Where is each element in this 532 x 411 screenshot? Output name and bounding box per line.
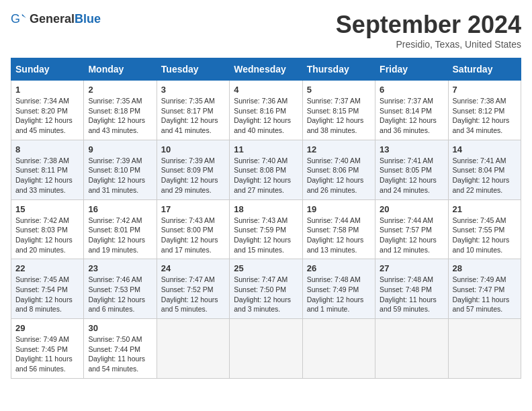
day-number: 29 (15, 323, 79, 333)
day-number: 18 (234, 204, 298, 214)
table-row (302, 319, 375, 379)
table-row: 28Sunrise: 7:49 AMSunset: 7:47 PMDayligh… (448, 259, 521, 319)
day-info: Sunrise: 7:47 AMSunset: 7:52 PMDaylight:… (161, 275, 225, 314)
table-row: 20Sunrise: 7:44 AMSunset: 7:57 PMDayligh… (375, 199, 448, 259)
day-info: Sunrise: 7:48 AMSunset: 7:49 PMDaylight:… (307, 275, 371, 314)
calendar-header-monday: Monday (84, 58, 157, 81)
svg-text:G: G (11, 12, 20, 26)
table-row: 22Sunrise: 7:45 AMSunset: 7:54 PMDayligh… (11, 259, 84, 319)
table-row: 18Sunrise: 7:43 AMSunset: 7:59 PMDayligh… (230, 199, 302, 259)
table-row: 6Sunrise: 7:37 AMSunset: 8:14 PMDaylight… (375, 81, 448, 140)
calendar-header-saturday: Saturday (448, 58, 521, 81)
day-info: Sunrise: 7:39 AMSunset: 8:09 PMDaylight:… (161, 156, 225, 195)
table-row: 4Sunrise: 7:36 AMSunset: 8:16 PMDaylight… (230, 81, 302, 140)
calendar-header-thursday: Thursday (302, 58, 375, 81)
day-info: Sunrise: 7:44 AMSunset: 7:58 PMDaylight:… (307, 216, 371, 255)
day-info: Sunrise: 7:34 AMSunset: 8:20 PMDaylight:… (15, 96, 79, 136)
table-row: 25Sunrise: 7:47 AMSunset: 7:50 PMDayligh… (230, 259, 302, 319)
table-row: 14Sunrise: 7:41 AMSunset: 8:04 PMDayligh… (448, 140, 521, 199)
day-info: Sunrise: 7:43 AMSunset: 7:59 PMDaylight:… (234, 216, 298, 255)
day-number: 9 (88, 144, 152, 154)
calendar-header-tuesday: Tuesday (157, 58, 229, 81)
day-number: 14 (453, 144, 517, 154)
table-row: 26Sunrise: 7:48 AMSunset: 7:49 PMDayligh… (302, 259, 375, 319)
calendar-header-friday: Friday (375, 58, 448, 81)
table-row (230, 319, 302, 379)
day-number: 22 (15, 263, 79, 273)
table-row: 15Sunrise: 7:42 AMSunset: 8:03 PMDayligh… (11, 199, 84, 259)
day-number: 10 (161, 144, 225, 154)
day-number: 19 (307, 204, 371, 214)
day-info: Sunrise: 7:49 AMSunset: 7:45 PMDaylight:… (15, 334, 79, 374)
table-row: 29Sunrise: 7:49 AMSunset: 7:45 PMDayligh… (11, 319, 84, 379)
day-number: 17 (161, 204, 225, 214)
day-number: 1 (15, 85, 79, 95)
table-row: 5Sunrise: 7:37 AMSunset: 8:15 PMDaylight… (302, 81, 375, 140)
table-row (448, 319, 521, 379)
day-number: 25 (234, 263, 298, 273)
day-info: Sunrise: 7:43 AMSunset: 8:00 PMDaylight:… (161, 216, 225, 255)
table-row: 7Sunrise: 7:38 AMSunset: 8:12 PMDaylight… (448, 81, 521, 140)
day-number: 23 (88, 263, 152, 273)
day-number: 20 (380, 204, 443, 214)
day-info: Sunrise: 7:42 AMSunset: 8:01 PMDaylight:… (88, 216, 152, 255)
table-row: 11Sunrise: 7:40 AMSunset: 8:08 PMDayligh… (230, 140, 302, 199)
day-number: 16 (88, 204, 152, 214)
table-row: 9Sunrise: 7:39 AMSunset: 8:10 PMDaylight… (84, 140, 157, 199)
day-info: Sunrise: 7:48 AMSunset: 7:48 PMDaylight:… (380, 275, 443, 314)
day-info: Sunrise: 7:46 AMSunset: 7:53 PMDaylight:… (88, 275, 152, 314)
day-info: Sunrise: 7:45 AMSunset: 7:55 PMDaylight:… (453, 216, 517, 255)
calendar-header-sunday: Sunday (11, 58, 84, 81)
calendar-header-wednesday: Wednesday (230, 58, 302, 81)
logo-blue: Blue (75, 12, 101, 26)
table-row (157, 319, 229, 379)
day-number: 6 (380, 85, 443, 95)
day-info: Sunrise: 7:39 AMSunset: 8:10 PMDaylight:… (88, 156, 152, 195)
calendar-body: 1Sunrise: 7:34 AMSunset: 8:20 PMDaylight… (11, 81, 521, 379)
day-number: 5 (307, 85, 371, 95)
table-row: 10Sunrise: 7:39 AMSunset: 8:09 PMDayligh… (157, 140, 229, 199)
calendar-header-row: SundayMondayTuesdayWednesdayThursdayFrid… (11, 58, 521, 81)
calendar-week-row-4: 29Sunrise: 7:49 AMSunset: 7:45 PMDayligh… (11, 319, 521, 379)
table-row (375, 319, 448, 379)
day-number: 30 (88, 323, 152, 333)
table-row: 16Sunrise: 7:42 AMSunset: 8:01 PMDayligh… (84, 199, 157, 259)
day-number: 27 (380, 263, 443, 273)
location-subtitle: Presidio, Texas, United States (336, 39, 521, 50)
day-number: 3 (161, 85, 225, 95)
day-number: 13 (380, 144, 443, 154)
logo-icon: G (11, 11, 27, 27)
calendar-week-row-1: 8Sunrise: 7:38 AMSunset: 8:11 PMDaylight… (11, 140, 521, 199)
page-header: G GeneralBlue September 2024 Presidio, T… (11, 11, 521, 50)
day-number: 8 (15, 144, 79, 154)
day-info: Sunrise: 7:45 AMSunset: 7:54 PMDaylight:… (15, 275, 79, 314)
day-number: 28 (453, 263, 517, 273)
svg-marker-1 (22, 14, 26, 18)
table-row: 30Sunrise: 7:50 AMSunset: 7:44 PMDayligh… (84, 319, 157, 379)
day-info: Sunrise: 7:38 AMSunset: 8:12 PMDaylight:… (453, 96, 517, 136)
table-row: 12Sunrise: 7:40 AMSunset: 8:06 PMDayligh… (302, 140, 375, 199)
day-info: Sunrise: 7:40 AMSunset: 8:06 PMDaylight:… (307, 156, 371, 195)
table-row: 27Sunrise: 7:48 AMSunset: 7:48 PMDayligh… (375, 259, 448, 319)
table-row: 19Sunrise: 7:44 AMSunset: 7:58 PMDayligh… (302, 199, 375, 259)
day-number: 15 (15, 204, 79, 214)
day-number: 7 (453, 85, 517, 95)
title-area: September 2024 Presidio, Texas, United S… (336, 11, 521, 50)
logo-general: General (30, 12, 75, 26)
day-info: Sunrise: 7:44 AMSunset: 7:57 PMDaylight:… (380, 216, 443, 255)
table-row: 8Sunrise: 7:38 AMSunset: 8:11 PMDaylight… (11, 140, 84, 199)
day-info: Sunrise: 7:37 AMSunset: 8:15 PMDaylight:… (307, 96, 371, 136)
day-info: Sunrise: 7:47 AMSunset: 7:50 PMDaylight:… (234, 275, 298, 314)
day-number: 21 (453, 204, 517, 214)
table-row: 2Sunrise: 7:35 AMSunset: 8:18 PMDaylight… (84, 81, 157, 140)
day-info: Sunrise: 7:40 AMSunset: 8:08 PMDaylight:… (234, 156, 298, 195)
calendar-table: SundayMondayTuesdayWednesdayThursdayFrid… (11, 58, 521, 379)
day-number: 11 (234, 144, 298, 154)
day-info: Sunrise: 7:41 AMSunset: 8:05 PMDaylight:… (380, 156, 443, 195)
calendar-week-row-3: 22Sunrise: 7:45 AMSunset: 7:54 PMDayligh… (11, 259, 521, 319)
day-info: Sunrise: 7:37 AMSunset: 8:14 PMDaylight:… (380, 96, 443, 136)
day-info: Sunrise: 7:42 AMSunset: 8:03 PMDaylight:… (15, 216, 79, 255)
logo: G GeneralBlue (11, 11, 101, 27)
table-row: 13Sunrise: 7:41 AMSunset: 8:05 PMDayligh… (375, 140, 448, 199)
day-number: 12 (307, 144, 371, 154)
